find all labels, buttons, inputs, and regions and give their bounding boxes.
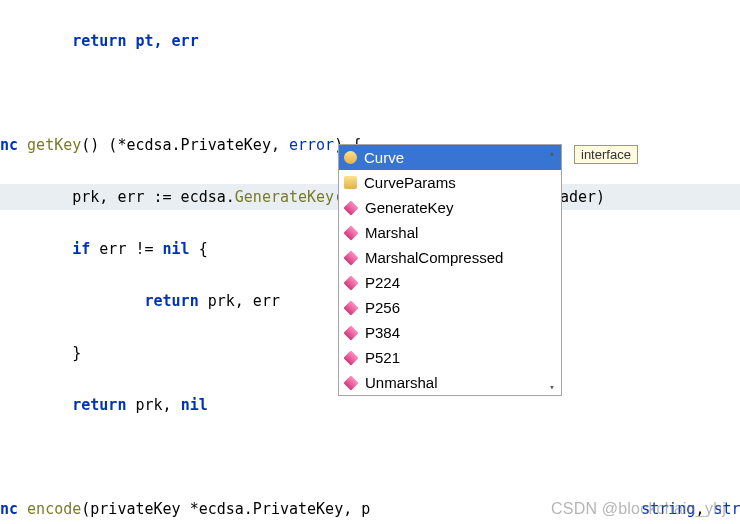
autocomplete-item[interactable]: P224 (339, 270, 561, 295)
function-icon (343, 350, 358, 365)
autocomplete-item[interactable]: MarshalCompressed (339, 245, 561, 270)
autocomplete-item[interactable]: Marshal (339, 220, 561, 245)
autocomplete-label: Marshal (365, 224, 418, 241)
autocomplete-item[interactable]: CurveParams (339, 170, 561, 195)
keyword-if: if (72, 240, 90, 258)
function-icon (343, 250, 358, 265)
func-name: getKey (27, 136, 81, 154)
function-icon (343, 225, 358, 240)
scroll-up-icon[interactable]: ▴ (545, 148, 559, 158)
function-icon (343, 275, 358, 290)
autocomplete-popup[interactable]: Curve CurveParams GenerateKey Marshal Ma… (338, 144, 562, 396)
autocomplete-item[interactable]: GenerateKey (339, 195, 561, 220)
autocomplete-label: MarshalCompressed (365, 249, 503, 266)
autocomplete-label: P256 (365, 299, 400, 316)
autocomplete-label: P521 (365, 349, 400, 366)
autocomplete-item[interactable]: Unmarshal (339, 370, 561, 395)
func-name: encode (27, 500, 81, 518)
keyword-nil: nil (163, 240, 190, 258)
keyword-return: return pt, err (0, 32, 199, 50)
function-icon (343, 325, 358, 340)
interface-icon (344, 151, 357, 164)
keyword-func: nc (0, 136, 27, 154)
keyword-func: nc (0, 500, 27, 518)
function-icon (343, 375, 358, 390)
autocomplete-label: P384 (365, 324, 400, 341)
autocomplete-label: Curve (364, 149, 404, 166)
popup-scrollbar[interactable]: ▴ ▾ (545, 148, 559, 392)
type-icon (344, 176, 357, 189)
autocomplete-item-selected[interactable]: Curve (339, 145, 561, 170)
keyword-return: return (145, 292, 199, 310)
autocomplete-item[interactable]: P384 (339, 320, 561, 345)
autocomplete-item[interactable]: P521 (339, 345, 561, 370)
autocomplete-item[interactable]: P256 (339, 295, 561, 320)
function-icon (343, 200, 358, 215)
autocomplete-label: GenerateKey (365, 199, 453, 216)
keyword-return: return (72, 396, 126, 414)
type-tooltip: interface (574, 145, 638, 164)
autocomplete-label: CurveParams (364, 174, 456, 191)
function-icon (343, 300, 358, 315)
autocomplete-label: P224 (365, 274, 400, 291)
autocomplete-label: Unmarshal (365, 374, 438, 391)
scroll-down-icon[interactable]: ▾ (545, 382, 559, 392)
watermark-text: CSDN @blockchain_yhj (551, 500, 726, 518)
